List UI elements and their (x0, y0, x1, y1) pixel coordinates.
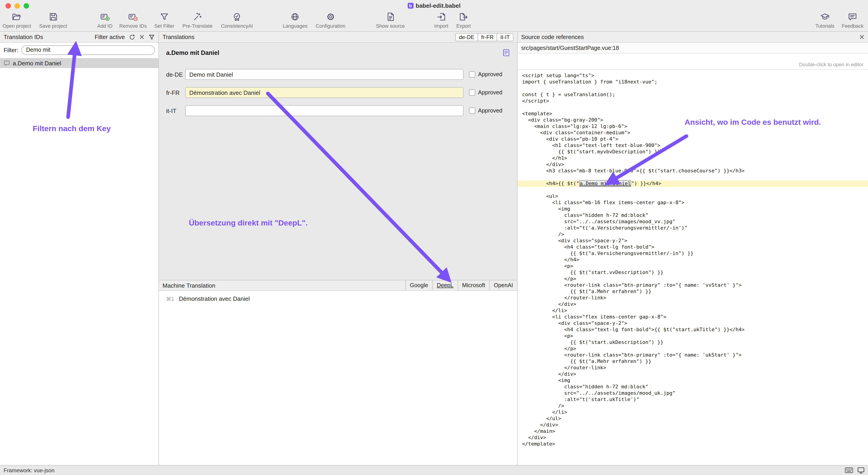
close-panel-icon[interactable] (859, 34, 864, 39)
toolbar-label: Export (456, 23, 471, 29)
clear-filter-icon[interactable] (140, 34, 144, 39)
code-line: <router-link class="btn-primary" :to="{ … (518, 282, 868, 289)
engine-google[interactable]: Google (405, 280, 432, 291)
display-panel-icon[interactable] (858, 467, 864, 473)
code-line: src="../../assets/images/mood_vv.jpg" (518, 219, 868, 225)
code-line: </main> (518, 428, 868, 435)
code-line: <script setup lang="ts"> (518, 73, 868, 79)
globe-icon (290, 12, 300, 22)
locale-button-it[interactable]: it-IT (497, 33, 514, 41)
code-line: <h1 class="text-left text-blue-900"> (518, 142, 868, 149)
toolbar-save-project[interactable]: Save project (39, 12, 67, 29)
code-line: <h3 class="mb-8 text-blue-900">{{ $t("st… (518, 168, 868, 174)
translation-ids-panel: Translation IDs Filter active Filter: a.… (0, 32, 159, 465)
toolbar-feedback[interactable]: Feedback (842, 12, 864, 29)
badge-check-icon (232, 12, 242, 22)
code-line: <p> (518, 333, 868, 339)
code-line: <div class="bg-gray-200"> (518, 117, 868, 124)
toolbar-set-filter[interactable]: Set Filter (154, 12, 174, 29)
toolbar-label: Remove IDs (119, 23, 147, 29)
gear-icon (326, 12, 336, 22)
status-bar: Framework: vue-json (0, 465, 868, 475)
refresh-icon[interactable] (129, 34, 135, 40)
translation-input-it[interactable] (185, 105, 464, 116)
code-line: </template> (518, 441, 868, 447)
comment-note-icon[interactable] (502, 49, 510, 57)
toolbar-open-project[interactable]: Open project (2, 12, 31, 29)
locale-label: fr-FR (166, 89, 185, 96)
translation-input-fr[interactable] (185, 87, 464, 98)
filter-input[interactable] (21, 45, 155, 55)
toolbar-remove-ids[interactable]: Remove IDs (119, 12, 147, 29)
code-line: <h4 class="text-lg font-bold">{{ $t("sta… (518, 327, 868, 333)
code-line: {{ $t("a.Mehr erfahren") }} (518, 359, 868, 365)
source-references-panel: Source code references src/pages/start/G… (518, 32, 868, 465)
code-line: <li class="flex items-center gap-x-8"> (518, 314, 868, 320)
highlighted-translation-key[interactable]: a.Demo mit Daniel (579, 180, 631, 187)
toolbar-languages[interactable]: Languages (283, 12, 308, 29)
toolbar-pre-translate[interactable]: Pre-Translate (183, 12, 213, 29)
translation-id-label: a.Demo mit Daniel (13, 60, 61, 66)
app-window: b babel-edit.babel Open project Save pro… (0, 0, 868, 475)
machine-translation-body: ⌘1 Démonstration avec Daniel (159, 291, 517, 465)
locale-label: de-DE (166, 71, 185, 78)
engine-openai[interactable]: OpenAI (489, 280, 517, 291)
code-area[interactable]: <script setup lang="ts">import { useTran… (518, 70, 868, 465)
toolbar-label: Show source (376, 23, 405, 29)
mt-result-row[interactable]: ⌘1 Démonstration avec Daniel (166, 295, 517, 302)
locale-button-de[interactable]: de-DE (455, 33, 478, 41)
approved-label: Approved (478, 89, 502, 96)
code-line: <p> (518, 263, 868, 270)
toolbar-show-source[interactable]: Show source (376, 12, 405, 29)
engine-deepl[interactable]: DeepL (432, 280, 458, 291)
window-title: b babel-edit.babel (0, 2, 868, 9)
source-reference-item[interactable]: src/pages/start/GuestStartPage.vue:18 (518, 43, 868, 54)
toolbar-label: Set Filter (154, 23, 174, 29)
toolbar-label: Open project (2, 23, 31, 29)
list-item-translation-id[interactable]: a.Demo mit Daniel (0, 58, 158, 68)
filter-menu-icon[interactable] (149, 34, 155, 40)
toolbar-configuration[interactable]: Configuration (316, 12, 345, 29)
code-line: </h4> (518, 257, 868, 263)
code-line: </div> (518, 162, 868, 168)
code-line: </div> (518, 371, 868, 377)
entry-title: a.Demo mit Daniel (166, 49, 219, 56)
code-line: <router-link class="btn-primary" :to="{ … (518, 352, 868, 359)
translation-input-de[interactable] (185, 69, 464, 80)
toolbar-import[interactable]: Import (434, 12, 448, 29)
app-logo-icon: b (407, 3, 413, 9)
mt-engine-buttons: Google DeepL Microsoft OpenAI (405, 280, 517, 291)
toolbar-consistency-ai[interactable]: ConsistencyAI (221, 12, 253, 29)
save-project-icon (48, 12, 58, 22)
keyboard-icon[interactable] (845, 467, 853, 473)
code-line: class="hidden h-72 md:block" (518, 212, 868, 219)
graduation-cap-icon (820, 12, 830, 22)
toolbar-label: Tutorials (815, 23, 834, 29)
code-line: <li class="mb-16 flex items-center gap-x… (518, 200, 868, 206)
window-chrome: b babel-edit.babel Open project Save pro… (0, 0, 868, 32)
toolbar-add-id[interactable]: Add ID (97, 12, 112, 29)
magic-wand-icon (192, 12, 203, 22)
engine-microsoft[interactable]: Microsoft (458, 280, 489, 291)
open-project-icon (12, 12, 22, 22)
toolbar-label: Save project (39, 23, 67, 29)
code-line (518, 85, 868, 92)
hint-text: Double-click to open in editor (799, 62, 864, 67)
import-icon (436, 12, 446, 22)
toolbar-export[interactable]: Export (456, 12, 471, 29)
approved-checkbox-de[interactable] (469, 71, 475, 77)
code-line (518, 174, 868, 180)
code-line: </router-link> (518, 295, 868, 301)
code-line: {{ $t("a.Versicherungsvermittler/-in") }… (518, 250, 868, 257)
approved-checkbox-fr[interactable] (469, 89, 475, 96)
window-title-text: babel-edit.babel (415, 2, 461, 9)
locale-button-fr[interactable]: fr-FR (477, 33, 497, 41)
translation-row-fr: fr-FR Approved (166, 87, 513, 98)
code-line: <main class="lg:px-12 lg:pb-6"> (518, 124, 868, 130)
approved-checkbox-it[interactable] (469, 107, 475, 114)
code-line (518, 104, 868, 111)
source-document-icon (385, 12, 395, 22)
code-line: </ul> (518, 415, 868, 422)
toolbar-label: Import (434, 23, 448, 29)
toolbar-tutorials[interactable]: Tutorials (815, 12, 834, 29)
